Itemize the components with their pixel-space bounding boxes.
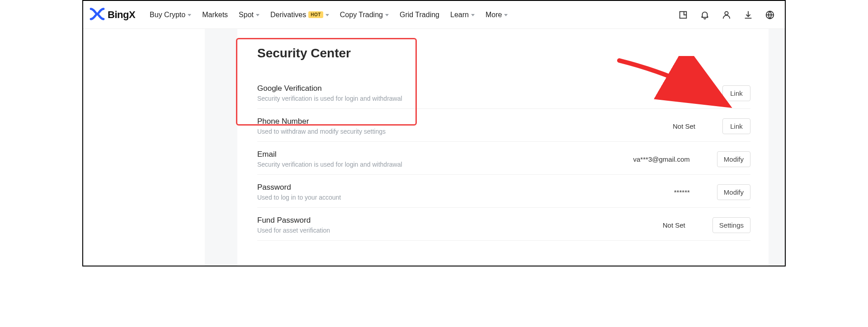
row-title: Password [257,183,341,192]
nav-copy-trading[interactable]: Copy Trading [340,11,389,19]
left-gutter [83,29,205,266]
chevron-down-icon [326,14,329,16]
nav-grid-trading[interactable]: Grid Trading [400,11,439,19]
app-frame: BingX Buy Crypto Markets Spot Derivative… [82,0,786,266]
chevron-down-icon [256,14,259,16]
chevron-down-icon [188,14,191,16]
nav-icon-group [678,10,775,20]
brand-logo[interactable]: BingX [90,8,135,22]
nav-learn[interactable]: Learn [450,11,475,19]
row-status: va***3@gmail.com [622,155,690,163]
row-status: Not Set [627,122,695,130]
row-right: va***3@gmail.com Modify [622,151,750,167]
window-icon[interactable] [678,10,688,20]
security-row-phone-number: Phone Number Used to withdraw and modify… [257,109,750,142]
row-text: Email Security verification is used for … [257,150,402,168]
main-menu: Buy Crypto Markets Spot Derivatives HOT … [150,11,508,19]
security-row-email: Email Security verification is used for … [257,142,750,175]
chevron-down-icon [385,14,389,16]
globe-icon[interactable] [765,10,775,20]
link-button[interactable]: Link [722,85,750,101]
row-status: Not Set [627,89,695,97]
hot-badge: HOT [308,11,323,18]
nav-label: Copy Trading [340,11,383,19]
brand-name: BingX [108,9,135,21]
nav-more[interactable]: More [486,11,508,19]
row-desc: Security verification is used for login … [257,95,402,102]
main-panel: Security Center Google Verification Secu… [237,29,769,266]
settings-button[interactable]: Settings [712,217,750,233]
nav-label: More [486,11,502,19]
security-row-google-verification: Google Verification Security verificatio… [257,76,750,109]
download-icon[interactable] [743,10,753,20]
row-title: Phone Number [257,117,386,126]
nav-label: Learn [450,11,469,19]
security-row-fund-password: Fund Password Used for asset verificatio… [257,208,750,241]
chevron-down-icon [471,14,475,16]
page-title: Security Center [257,46,750,61]
modify-button[interactable]: Modify [717,151,750,167]
nav-label: Spot [239,11,254,19]
row-text: Password Used to log in to your account [257,183,341,201]
brand-mark-icon [90,8,105,22]
nav-label: Markets [202,11,228,19]
nav-buy-crypto[interactable]: Buy Crypto [150,11,191,19]
row-text: Fund Password Used for asset verificatio… [257,216,330,234]
bell-icon[interactable] [700,10,710,20]
row-text: Phone Number Used to withdraw and modify… [257,117,386,135]
body-area: Security Center Google Verification Secu… [83,29,785,266]
row-right: Not Set Link [627,85,750,101]
row-desc: Used to withdraw and modify security set… [257,128,386,135]
row-title: Google Verification [257,84,402,93]
security-row-password: Password Used to log in to your account … [257,175,750,208]
row-text: Google Verification Security verificatio… [257,84,402,102]
row-title: Email [257,150,402,159]
nav-label: Grid Trading [400,11,439,19]
row-right: ****** Modify [622,184,750,200]
link-button[interactable]: Link [722,118,750,134]
user-icon[interactable] [722,10,731,20]
row-title: Fund Password [257,216,330,225]
row-right: Not Set Link [627,118,750,134]
right-strip [769,29,785,266]
nav-spot[interactable]: Spot [239,11,259,19]
row-desc: Used for asset verification [257,227,330,234]
nav-derivatives[interactable]: Derivatives HOT [270,11,329,19]
modify-button[interactable]: Modify [717,184,750,200]
nav-label: Buy Crypto [150,11,185,19]
row-right: Not Set Settings [618,217,750,233]
row-status: ****** [622,188,690,196]
row-desc: Security verification is used for login … [257,161,402,168]
svg-point-1 [725,11,728,14]
top-nav: BingX Buy Crypto Markets Spot Derivative… [83,1,785,29]
row-status: Not Set [618,221,685,229]
chevron-down-icon [504,14,508,16]
row-desc: Used to log in to your account [257,194,341,201]
sidebar-strip [205,29,237,266]
nav-label: Derivatives [270,11,306,19]
nav-markets[interactable]: Markets [202,11,228,19]
